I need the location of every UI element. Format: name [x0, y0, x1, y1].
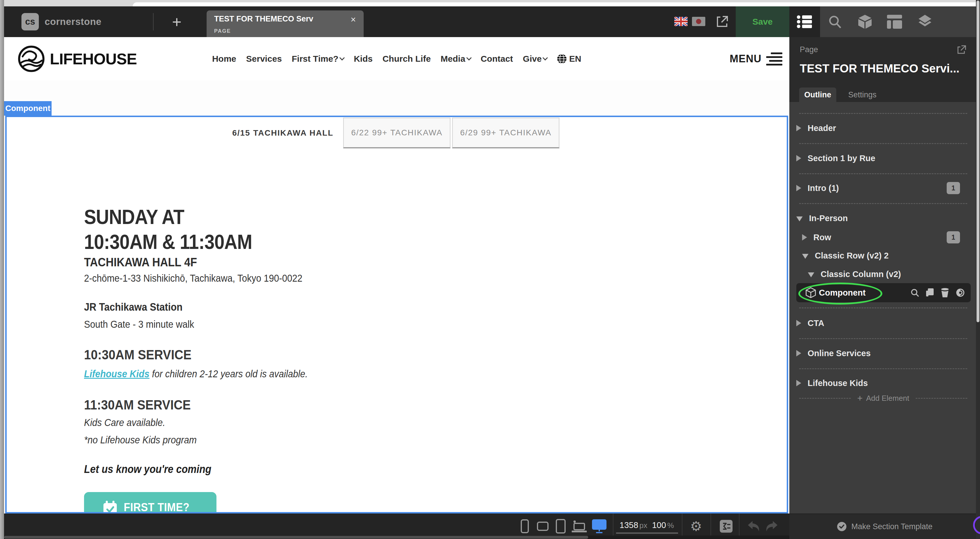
outline-item-component[interactable]: Component	[796, 283, 971, 302]
gear-icon[interactable]: ⚙	[688, 514, 704, 539]
window-vertical-scrollbar[interactable]	[976, 0, 980, 539]
nav-item-language[interactable]: EN	[557, 54, 581, 64]
service2-title: 11:30AM SERVICE	[84, 397, 191, 413]
page-tab[interactable]: TEST FOR THEMECO Serv × PAGE	[207, 10, 364, 37]
site-logo-text[interactable]: LIFEHOUSE	[50, 37, 137, 81]
external-link-icon[interactable]	[714, 14, 730, 29]
nav-item-services[interactable]: Services	[246, 54, 282, 64]
statusbar-divider	[711, 514, 711, 539]
outline-item-intro[interactable]: Intro (1) 1	[796, 179, 969, 197]
chevron-down-icon[interactable]	[796, 216, 803, 221]
statusbar: 1358px 100% ⚙	[4, 514, 789, 539]
outline-item-cta[interactable]: CTA	[796, 314, 969, 332]
canvas: LIFEHOUSE Home Services First Time? Kids…	[4, 37, 789, 514]
lifehouse-kids-link[interactable]: Lifehouse Kids	[84, 368, 150, 379]
first-time-button-label: FIRST TIME?	[124, 501, 189, 514]
tab-date-3[interactable]: 6/29 99+ TACHIKAWA	[452, 118, 560, 148]
chevron-down-icon	[339, 55, 345, 60]
chevron-right-icon[interactable]	[802, 234, 807, 240]
count-badge: 1	[947, 231, 960, 243]
nav-item-media[interactable]: Media	[441, 54, 471, 64]
divider	[799, 143, 967, 144]
selected-component-outline[interactable]: 6/15 TACHIKAWA HALL 6/22 99+ TACHIKAWA 6…	[5, 116, 788, 514]
code-console-icon[interactable]	[718, 514, 734, 539]
plus-icon: +	[857, 393, 863, 404]
canvas-zoom-field[interactable]: 100%	[648, 514, 678, 536]
canvas-width-field[interactable]: 1358px	[616, 514, 651, 536]
japan-flag-icon[interactable]	[692, 17, 705, 26]
hamburger-icon[interactable]	[766, 52, 783, 65]
statusbar-divider	[613, 514, 613, 539]
statusbar-divider	[739, 514, 740, 539]
tablet-icon[interactable]	[553, 514, 569, 539]
chevron-down-icon	[543, 55, 548, 60]
lifehouse-wave-logo-icon[interactable]	[18, 45, 45, 74]
nav-item-contact[interactable]: Contact	[481, 54, 513, 64]
elements-cube-icon[interactable]	[850, 6, 880, 37]
cornerstone-logo-icon: cs	[21, 13, 39, 30]
outline-item-row[interactable]: Row 1	[796, 228, 969, 246]
tab-settings[interactable]: Settings	[845, 87, 880, 102]
close-icon[interactable]: ×	[347, 13, 359, 26]
desktop-icon[interactable]	[591, 514, 607, 539]
visibility-icon[interactable]	[956, 288, 965, 297]
nav-item-kids[interactable]: Kids	[354, 54, 373, 64]
first-time-button[interactable]: FIRST TIME?	[84, 492, 216, 514]
canvas-horizontal-scrollbar[interactable]	[4, 536, 789, 539]
nav-item-home[interactable]: Home	[212, 54, 236, 64]
tab-date-active[interactable]: 6/15 TACHIKAWA HALL	[232, 128, 333, 138]
nav-item-first-time[interactable]: First Time?	[292, 54, 344, 64]
chevron-down-icon	[466, 55, 471, 60]
tab-outline[interactable]: Outline	[799, 87, 836, 102]
selection-chip[interactable]: Component	[4, 101, 52, 116]
chevron-down-icon[interactable]	[802, 254, 808, 259]
inspector-sidebar: Page TEST FOR THEMECO Servi... Outline S…	[789, 37, 980, 514]
layers-icon[interactable]	[910, 6, 940, 37]
nav-item-church-life[interactable]: Church Life	[382, 54, 431, 64]
chevron-right-icon[interactable]	[796, 185, 801, 191]
laptop-icon[interactable]	[571, 514, 587, 539]
component-actions	[910, 283, 965, 302]
outline-item-header[interactable]: Header	[796, 119, 969, 137]
component-cube-icon	[805, 287, 816, 298]
duplicate-icon[interactable]	[926, 288, 934, 297]
outline-item-classic-column[interactable]: Classic Column (v2)	[796, 265, 969, 283]
outline-list-icon[interactable]	[789, 6, 820, 37]
outline-item-classic-row[interactable]: Classic Row (v2) 2	[796, 246, 969, 265]
menu-label[interactable]: MENU	[730, 37, 762, 81]
window-top-edge	[4, 0, 980, 6]
nav-item-give[interactable]: Give	[523, 54, 547, 64]
browser-tab-edge	[133, 2, 980, 6]
uk-flag-icon[interactable]	[674, 17, 687, 26]
chevron-right-icon[interactable]	[796, 350, 801, 356]
outline-item-in-person[interactable]: In-Person	[796, 209, 969, 227]
divider	[799, 307, 967, 308]
outline-item-section1[interactable]: Section 1 by Rue	[796, 149, 969, 167]
phone-portrait-icon[interactable]	[517, 514, 533, 539]
share-icon[interactable]	[956, 45, 967, 55]
divider	[799, 113, 967, 114]
statusbar-divider	[682, 514, 682, 539]
outline-item-online-services[interactable]: Online Services	[796, 344, 969, 363]
add-element-button[interactable]: + Add Element	[799, 389, 967, 407]
chevron-right-icon[interactable]	[796, 125, 801, 131]
chevron-down-icon[interactable]	[808, 272, 814, 277]
save-button[interactable]: Save	[736, 6, 789, 37]
window-left-edge	[0, 0, 4, 539]
search-icon[interactable]	[820, 6, 851, 37]
phone-landscape-icon[interactable]	[535, 514, 551, 539]
undo-icon[interactable]	[746, 514, 762, 539]
layout-icon[interactable]	[879, 6, 910, 37]
new-tab-button[interactable]: +	[165, 9, 188, 34]
inspect-search-icon[interactable]	[910, 288, 919, 297]
trash-icon[interactable]	[940, 288, 949, 297]
divider	[799, 368, 967, 369]
divider	[799, 338, 967, 339]
station-title: JR Tachikawa Station	[84, 301, 183, 313]
chevron-right-icon[interactable]	[796, 320, 801, 326]
chevron-right-icon[interactable]	[796, 380, 801, 386]
make-section-template-button[interactable]: Make Section Template	[789, 514, 980, 539]
redo-icon[interactable]	[763, 514, 780, 539]
tab-date-2[interactable]: 6/22 99+ TACHIKAWA	[344, 118, 450, 148]
chevron-right-icon[interactable]	[796, 155, 801, 161]
